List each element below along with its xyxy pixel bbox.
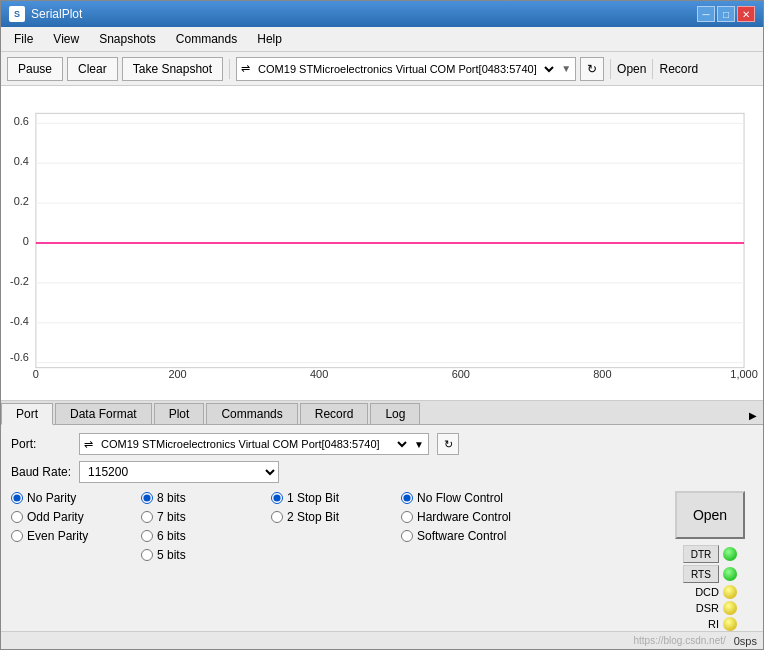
baud-dropdown[interactable]: 115200 9600 57600 38400 19200 xyxy=(79,461,279,483)
bits-7-label: 7 bits xyxy=(157,510,186,524)
bits-8: 8 bits xyxy=(141,491,271,505)
menu-help[interactable]: Help xyxy=(248,29,291,49)
ri-led xyxy=(723,617,737,631)
chart-area: 0.6 0.4 0.2 0 -0.2 -0.4 -0.6 0 200 400 6… xyxy=(1,86,763,401)
tab-commands[interactable]: Commands xyxy=(206,403,297,424)
x-label-200: 200 xyxy=(168,368,186,380)
watermark-label: https://blog.csdn.net/ xyxy=(633,635,725,646)
flow-sw-radio[interactable] xyxy=(401,530,413,542)
status-bar: https://blog.csdn.net/ 0sps xyxy=(1,631,763,649)
dtr-button[interactable]: DTR xyxy=(683,545,719,563)
dsr-led xyxy=(723,601,737,615)
bits-7: 7 bits xyxy=(141,510,271,524)
rts-button[interactable]: RTS xyxy=(683,565,719,583)
flow-hw-radio[interactable] xyxy=(401,511,413,523)
rts-led xyxy=(723,567,737,581)
stop-2-radio[interactable] xyxy=(271,511,283,523)
right-controls: Open DTR RTS DCD xyxy=(675,491,753,631)
parity-odd: Odd Parity xyxy=(11,510,141,524)
toolbar-port-dropdown[interactable]: COM19 STMicroelectronics Virtual COM Por… xyxy=(254,62,557,76)
bits-8-label: 8 bits xyxy=(157,491,186,505)
dcd-row: DCD xyxy=(683,585,737,599)
parity-even-radio[interactable] xyxy=(11,530,23,542)
transfer-icon: ⇌ xyxy=(241,62,250,75)
bits-5-radio[interactable] xyxy=(141,549,153,561)
x-label-400: 400 xyxy=(310,368,328,380)
parity-no: No Parity xyxy=(11,491,141,505)
app-icon: S xyxy=(9,6,25,22)
options-area: No Parity Odd Parity Even Parity xyxy=(11,491,753,631)
tab-record[interactable]: Record xyxy=(300,403,369,424)
x-label-1000: 1,000 xyxy=(730,368,757,380)
dtr-row: DTR xyxy=(683,545,737,563)
ri-row: RI xyxy=(683,617,737,631)
menu-commands[interactable]: Commands xyxy=(167,29,246,49)
parity-no-label: No Parity xyxy=(27,491,76,505)
menu-file[interactable]: File xyxy=(5,29,42,49)
stop-2-label: 2 Stop Bit xyxy=(287,510,339,524)
snapshot-button[interactable]: Take Snapshot xyxy=(122,57,223,81)
tab-plot[interactable]: Plot xyxy=(154,403,205,424)
y-label-n02: -0.2 xyxy=(10,275,29,287)
flow-none-radio[interactable] xyxy=(401,492,413,504)
menu-bar: File View Snapshots Commands Help xyxy=(1,27,763,52)
title-bar: S SerialPlot ─ □ ✕ xyxy=(1,1,763,27)
flow-sw: Software Control xyxy=(401,529,531,543)
port-dropdown[interactable]: COM19 STMicroelectronics Virtual COM Por… xyxy=(97,437,410,451)
tab-scroll-arrow[interactable]: ▶ xyxy=(743,407,763,424)
port-transfer-icon: ⇌ xyxy=(84,438,93,451)
toolbar-port-selector[interactable]: ⇌ COM19 STMicroelectronics Virtual COM P… xyxy=(236,57,576,81)
port-refresh-button[interactable]: ↻ xyxy=(437,433,459,455)
x-label-800: 800 xyxy=(593,368,611,380)
separator-1 xyxy=(229,59,230,79)
tab-data-format[interactable]: Data Format xyxy=(55,403,152,424)
stop-bits-col: 1 Stop Bit 2 Stop Bit xyxy=(271,491,401,562)
tab-port[interactable]: Port xyxy=(1,403,53,425)
separator-2 xyxy=(610,59,611,79)
close-button[interactable]: ✕ xyxy=(737,6,755,22)
tab-content-port: Port: ⇌ COM19 STMicroelectronics Virtual… xyxy=(1,425,763,631)
bits-5: 5 bits xyxy=(141,548,271,562)
flow-none: No Flow Control xyxy=(401,491,531,505)
signal-indicators: DTR RTS DCD DSR xyxy=(683,545,737,631)
menu-view[interactable]: View xyxy=(44,29,88,49)
stop-1-radio[interactable] xyxy=(271,492,283,504)
toolbar-refresh-button[interactable]: ↻ xyxy=(580,57,604,81)
stop-1-label: 1 Stop Bit xyxy=(287,491,339,505)
bits-6-label: 6 bits xyxy=(157,529,186,543)
bottom-panel: Port Data Format Plot Commands Record Lo… xyxy=(1,401,763,631)
dropdown-arrow-icon: ▼ xyxy=(561,63,571,74)
clear-button[interactable]: Clear xyxy=(67,57,118,81)
bits-7-radio[interactable] xyxy=(141,511,153,523)
parity-odd-radio[interactable] xyxy=(11,511,23,523)
bits-8-radio[interactable] xyxy=(141,492,153,504)
open-button[interactable]: Open xyxy=(675,491,745,539)
port-label: Port: xyxy=(11,437,71,451)
y-label-0: 0 xyxy=(23,235,29,247)
y-label-n04: -0.4 xyxy=(10,315,29,327)
flow-sw-label: Software Control xyxy=(417,529,506,543)
maximize-button[interactable]: □ xyxy=(717,6,735,22)
flow-control-col: No Flow Control Hardware Control Softwar… xyxy=(401,491,531,562)
y-label-04: 0.4 xyxy=(14,155,29,167)
x-label-600: 600 xyxy=(452,368,470,380)
dsr-row: DSR xyxy=(683,601,737,615)
port-row: Port: ⇌ COM19 STMicroelectronics Virtual… xyxy=(11,433,753,455)
parity-odd-label: Odd Parity xyxy=(27,510,84,524)
minimize-button[interactable]: ─ xyxy=(697,6,715,22)
x-label-0: 0 xyxy=(33,368,39,380)
y-label-02: 0.2 xyxy=(14,195,29,207)
stop-2: 2 Stop Bit xyxy=(271,510,401,524)
tab-log[interactable]: Log xyxy=(370,403,420,424)
menu-snapshots[interactable]: Snapshots xyxy=(90,29,165,49)
parity-no-radio[interactable] xyxy=(11,492,23,504)
ri-label: RI xyxy=(683,618,719,630)
options-columns: No Parity Odd Parity Even Parity xyxy=(11,491,531,562)
main-window: S SerialPlot ─ □ ✕ File View Snapshots C… xyxy=(0,0,764,650)
port-combo[interactable]: ⇌ COM19 STMicroelectronics Virtual COM P… xyxy=(79,433,429,455)
flow-none-label: No Flow Control xyxy=(417,491,503,505)
pause-button[interactable]: Pause xyxy=(7,57,63,81)
bits-6-radio[interactable] xyxy=(141,530,153,542)
parity-even-label: Even Parity xyxy=(27,529,88,543)
toolbar-open-label: Open xyxy=(617,62,646,76)
